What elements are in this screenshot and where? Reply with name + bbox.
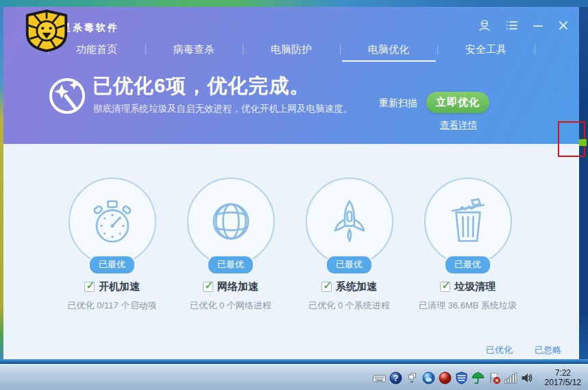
tab-security-tools[interactable]: 安全工具	[438, 37, 535, 62]
action-center-flag-icon[interactable]	[487, 371, 502, 385]
card-junk-cleaning: 已最优 垃圾清理 已清理 36.6MB 系统垃圾	[408, 178, 527, 343]
optimize-now-button[interactable]: 立即优化	[426, 92, 489, 113]
card-circle	[306, 178, 393, 265]
rocket-icon	[326, 197, 373, 245]
keyboard-icon[interactable]	[372, 371, 387, 385]
status-badge: 已最优	[444, 255, 491, 275]
banner-title: 已优化6项，优化完成。	[93, 73, 310, 100]
optimized-link[interactable]: 已优化	[486, 344, 513, 356]
card-checkbox[interactable]	[321, 282, 332, 292]
card-circle	[424, 178, 512, 265]
messenger-ball-icon[interactable]	[421, 371, 436, 385]
user-icon[interactable]	[478, 19, 491, 32]
red-ball-icon[interactable]	[438, 371, 452, 385]
card-subtitle: 已清理 36.6MB 系统垃圾	[419, 300, 517, 312]
system-tray: ?	[372, 365, 584, 390]
nav-separator	[535, 45, 535, 55]
card-checkbox[interactable]	[203, 282, 213, 292]
menu-list-icon[interactable]	[506, 19, 518, 32]
app-window: 瑞星杀毒软件	[3, 7, 579, 359]
optimization-banner: 已优化6项，优化完成。 彻底清理系统垃圾及自启无效进程，优化开机上网及电脑速度。…	[3, 62, 579, 144]
view-details-link[interactable]: 查看详情	[439, 119, 478, 132]
taskbar-clock[interactable]: 7:22 2017/5/12	[545, 368, 584, 387]
window-controls	[478, 19, 569, 32]
card-subtitle: 已优化 0 个系统进程	[308, 300, 389, 312]
show-hidden-icon[interactable]	[405, 371, 419, 385]
firewall-shield-icon[interactable]	[454, 371, 469, 385]
card-title: 系统加速	[336, 280, 377, 293]
card-circle	[69, 178, 156, 265]
status-badge: 已最优	[88, 255, 136, 275]
card-checkbox[interactable]	[440, 282, 450, 292]
annotation-green-marker	[579, 139, 587, 146]
tab-virus-scan[interactable]: 病毒查杀	[146, 37, 243, 62]
tab-pc-optimization[interactable]: 电脑优化	[341, 37, 437, 62]
help-icon[interactable]: ?	[389, 371, 403, 385]
card-subtitle: 已优化 0/117 个启动项	[68, 300, 157, 312]
card-subtitle: 已优化 0 个网络进程	[190, 300, 271, 312]
nav-tabs: 功能首页 病毒查杀 电脑防护 电脑优化 安全工具	[3, 37, 579, 62]
footer-links: 已优化 已忽略	[486, 344, 561, 356]
window-bottom-border	[0, 359, 588, 364]
card-circle	[187, 178, 275, 265]
lion-shield-logo	[23, 9, 71, 53]
magic-wand-icon	[48, 77, 86, 115]
taskbar: ?	[0, 364, 588, 390]
antivirus-umbrella-icon[interactable]	[471, 371, 485, 385]
clock-date: 2017/5/12	[545, 378, 581, 387]
screen: 瑞星杀毒软件	[0, 0, 588, 390]
desktop-wallpaper-top	[0, 0, 588, 7]
titlebar: 瑞星杀毒软件	[3, 7, 579, 37]
network-signal-icon[interactable]	[504, 371, 518, 385]
globe-icon	[207, 197, 255, 245]
ignored-link[interactable]: 已忽略	[535, 344, 561, 356]
optimization-cards: 已最优 开机加速 已优化 0/117 个启动项 已最优	[3, 144, 579, 343]
svg-text:?: ?	[393, 374, 397, 383]
rescan-link[interactable]: 重新扫描	[379, 97, 417, 110]
card-network-acceleration: 已最优 网络加速 已优化 0 个网络进程	[171, 178, 290, 343]
card-title: 网络加速	[217, 280, 258, 293]
app-header: 瑞星杀毒软件	[3, 7, 579, 144]
card-boot-acceleration: 已最优 开机加速 已优化 0/117 个启动项	[53, 178, 171, 343]
card-checkbox[interactable]	[84, 282, 95, 292]
volume-icon[interactable]	[520, 371, 535, 385]
stopwatch-icon	[88, 197, 136, 245]
desktop-wallpaper-right	[579, 7, 588, 364]
status-badge: 已最优	[326, 255, 373, 275]
trash-icon	[444, 197, 492, 245]
banner-subtitle: 彻底清理系统垃圾及自启无效进程，优化开机上网及电脑速度。	[93, 103, 352, 115]
card-system-acceleration: 已最优 系统加速 已优化 0 个系统进程	[290, 178, 408, 343]
tab-pc-protection[interactable]: 电脑防护	[243, 37, 340, 62]
minimize-icon[interactable]	[532, 20, 543, 31]
clock-time: 7:22	[545, 368, 581, 378]
card-title: 垃圾清理	[454, 280, 495, 293]
close-icon[interactable]	[558, 20, 569, 31]
card-title: 开机加速	[99, 280, 140, 293]
status-badge: 已最优	[207, 255, 254, 275]
